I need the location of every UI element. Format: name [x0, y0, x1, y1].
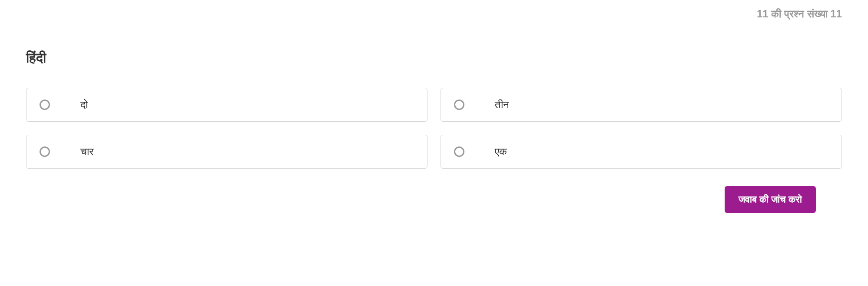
- option-label: चार: [80, 146, 93, 158]
- radio-icon: [454, 100, 464, 110]
- answer-option-4[interactable]: एक: [441, 135, 842, 169]
- quiz-header: 11 की प्रश्न संख्या 11: [0, 0, 868, 28]
- options-grid: दो तीन चार एक: [26, 88, 842, 169]
- answer-option-3[interactable]: चार: [26, 135, 427, 169]
- radio-icon: [40, 146, 50, 157]
- check-answer-button[interactable]: जवाब की जांच करो: [725, 186, 816, 213]
- answer-option-2[interactable]: तीन: [441, 88, 842, 122]
- answer-option-1[interactable]: दो: [26, 88, 427, 122]
- radio-icon: [454, 146, 464, 157]
- quiz-footer: जवाब की जांच करो: [26, 169, 842, 213]
- option-label: तीन: [495, 99, 509, 111]
- option-label: एक: [495, 146, 507, 158]
- radio-icon: [40, 100, 50, 110]
- question-content: हिंदी दो तीन चार एक जवाब की जांच करो: [0, 28, 868, 230]
- question-title: हिंदी: [26, 50, 842, 66]
- progress-counter: 11 की प्रश्न संख्या 11: [757, 8, 842, 20]
- option-label: दो: [80, 99, 88, 111]
